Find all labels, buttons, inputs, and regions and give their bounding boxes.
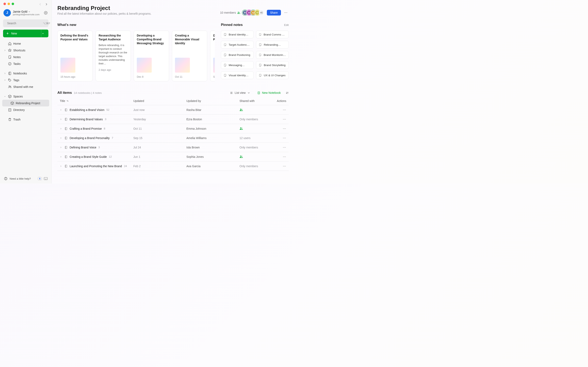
chevron-right-icon[interactable]	[60, 165, 62, 167]
row-count: 8	[104, 127, 105, 130]
pinned-note-chip[interactable]: Messaging…	[221, 61, 254, 69]
whats-new-card[interactable]: Creating a Memorable Visual IdentityOct …	[172, 31, 207, 81]
nav-tags[interactable]: Tags	[2, 77, 49, 83]
pinned-note-label: Brand Monitoring…	[264, 53, 286, 57]
window-zoom[interactable]	[12, 3, 14, 5]
window-close[interactable]	[3, 3, 6, 5]
nav-shortcuts[interactable]: Shortcuts	[2, 47, 49, 54]
nav-notes[interactable]: Notes	[2, 54, 49, 60]
pinned-note-chip[interactable]: Brand Monitoring…	[256, 51, 289, 59]
pinned-note-chip[interactable]: Brand Positioning	[221, 51, 254, 59]
col-shared-with[interactable]: Shared with	[240, 99, 272, 103]
pinned-edit-button[interactable]: Edit	[284, 24, 289, 26]
row-actions-button[interactable]	[272, 136, 286, 140]
help-link[interactable]: Need a little help?	[9, 177, 36, 180]
table-row[interactable]: Crafting a Brand Promise8Oct 11Emma John…	[57, 124, 289, 133]
chevron-down-icon[interactable]	[3, 95, 6, 98]
svg-rect-27	[65, 127, 67, 130]
nav-home[interactable]: Home	[2, 40, 49, 47]
nav-tasks[interactable]: Tasks	[2, 60, 49, 67]
member-avatar-more[interactable]: +6	[259, 10, 264, 15]
nav-spaces[interactable]: Spaces	[2, 93, 49, 100]
check-circle-icon	[8, 62, 12, 66]
card-date: Se…	[213, 75, 215, 78]
row-actions-button[interactable]	[272, 146, 286, 149]
chevron-right-icon[interactable]	[60, 156, 62, 158]
col-title[interactable]: Title	[60, 99, 133, 103]
search-field[interactable]	[7, 22, 43, 25]
svg-point-13	[285, 12, 285, 13]
chevron-right-icon[interactable]	[60, 118, 62, 120]
svg-point-32	[285, 128, 286, 129]
whats-new-card[interactable]: Defining the Brand's Purpose and Values1…	[57, 31, 93, 81]
table-row[interactable]: Creating a Brand Style Guide12Jun 1Sophi…	[57, 152, 289, 161]
list-view-toggle[interactable]: List view	[228, 90, 252, 95]
chevron-right-icon[interactable]	[3, 79, 6, 81]
window-minimize[interactable]	[8, 3, 10, 5]
pinned-note-label: Brand Storytelling	[264, 64, 286, 67]
pinned-note-chip[interactable]: UX & UI Changes	[256, 71, 289, 79]
chevron-right-icon[interactable]	[60, 128, 62, 130]
nav-directory[interactable]: Directory	[2, 106, 49, 113]
nav-space-rebranding[interactable]: Rebranding Project	[2, 100, 49, 106]
note-icon	[8, 55, 12, 59]
chevron-right-icon[interactable]	[60, 109, 62, 111]
row-updated-by: Rasha Bitar	[186, 108, 240, 111]
new-button[interactable]: New	[3, 30, 48, 37]
table-row[interactable]: Developing a Brand Personality7Sep 15Ame…	[57, 133, 289, 143]
table-row[interactable]: Launching and Promoting the New Brand24F…	[57, 161, 289, 171]
sort-button[interactable]	[286, 91, 289, 94]
col-updated[interactable]: Updated	[133, 99, 186, 103]
share-button[interactable]: Share	[267, 10, 281, 16]
chevron-right-icon[interactable]	[3, 49, 6, 51]
nav-notebooks[interactable]: Notebooks	[2, 70, 49, 77]
whats-new-card[interactable]: Da… Pie…Se…	[210, 31, 215, 81]
row-count: 3	[98, 146, 100, 149]
card-title: Defining the Brand's Purpose and Values	[61, 34, 90, 42]
nav-shared[interactable]: Shared with me	[2, 83, 49, 90]
pinned-title: Pinned notes	[221, 23, 243, 27]
whats-new-card[interactable]: Developing a Compelling Brand Messaging …	[134, 31, 169, 81]
nav-item-label: Notebooks	[13, 72, 48, 75]
nav-trash[interactable]: Trash	[2, 116, 49, 123]
pinned-note-chip[interactable]: Brand Identity…	[221, 31, 254, 38]
user-email: jamiegold@evernote.com	[13, 13, 42, 16]
pinned-note-chip[interactable]: Rebranding…	[256, 41, 289, 49]
chevron-right-icon[interactable]	[3, 72, 6, 75]
footer-badge[interactable]: 6	[38, 177, 42, 180]
card-date: 2 days ago	[99, 68, 128, 71]
col-updated-by[interactable]: Updated by	[186, 99, 240, 103]
row-actions-button[interactable]	[272, 164, 286, 168]
row-actions-button[interactable]	[272, 127, 286, 131]
member-count[interactable]: 10 members	[220, 11, 240, 14]
pinned-note-label: Messaging…	[229, 64, 245, 67]
people-icon	[8, 85, 12, 89]
account-switcher[interactable]: J Jamie Gold jamiegold@evernote.com	[2, 8, 49, 18]
pinned-note-chip[interactable]: Target Audience…	[221, 41, 254, 49]
new-notebook-label: New Notebook	[262, 91, 281, 94]
chevron-right-icon[interactable]	[60, 137, 62, 139]
card-thumbnail	[137, 58, 152, 73]
table-row[interactable]: Defining Brand Voice3Jul 24Isla BrownOnl…	[57, 143, 289, 152]
chevron-right-icon[interactable]	[60, 146, 62, 149]
settings-button[interactable]	[44, 11, 48, 15]
table-row[interactable]: Determining Brand Values3YesterdayEzra B…	[57, 115, 289, 124]
avatar-stack[interactable]: RAQY+6	[242, 10, 264, 15]
row-actions-button[interactable]	[272, 155, 286, 159]
search-input[interactable]: ⌥⌘F	[3, 19, 48, 27]
pinned-note-chip[interactable]: Brand Comms Plan	[256, 31, 289, 38]
nav-forward-button[interactable]	[45, 3, 47, 5]
pinned-note-chip[interactable]: Visual Identity…	[221, 71, 254, 79]
row-actions-button[interactable]	[272, 108, 286, 112]
nav-back-button[interactable]	[39, 3, 41, 5]
keyboard-icon[interactable]	[44, 177, 48, 180]
new-button-menu[interactable]	[41, 30, 47, 37]
row-actions-button[interactable]	[272, 117, 286, 121]
more-button[interactable]	[283, 10, 289, 16]
note-icon	[259, 33, 261, 36]
pinned-note-chip[interactable]: Brand Storytelling	[256, 61, 289, 69]
whats-new-card[interactable]: Researching the Target AudienceBefore re…	[95, 31, 131, 81]
svg-rect-41	[65, 156, 67, 158]
new-notebook-button[interactable]: New Notebook	[257, 91, 281, 94]
table-row[interactable]: Establishing a Brand Vision52Just nowRas…	[57, 105, 289, 115]
